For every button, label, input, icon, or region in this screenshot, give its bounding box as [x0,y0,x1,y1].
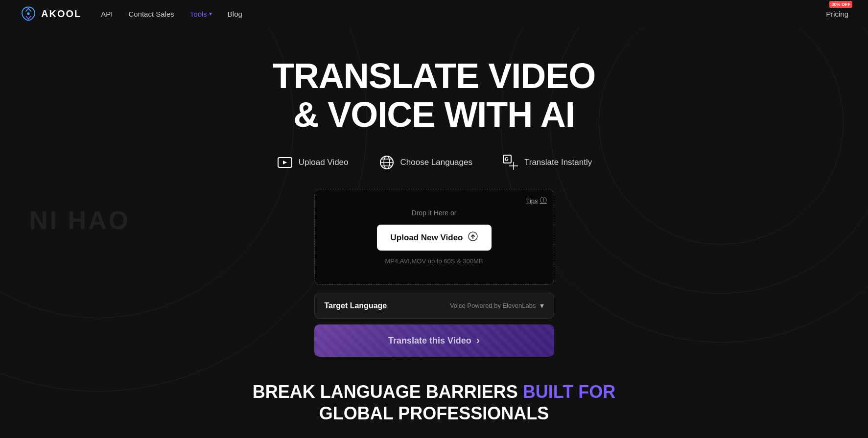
nav-contact-sales[interactable]: Contact Sales [128,10,174,18]
pricing-link[interactable]: Pricing 30% OFF [826,10,848,18]
drop-hint: Drop it Here or [329,209,539,217]
target-language-label: Target Language [325,301,387,310]
powered-by-text: Voice Powered by ElevenLabs [450,302,536,309]
logo-text: AKOOL [41,8,81,20]
upload-arrow-icon [468,231,478,244]
bottom-line1: BREAK LANGUAGE BARRIERS BUILT FOR [0,381,868,402]
arrow-right-icon: › [476,334,480,347]
nav-right: Pricing 30% OFF [826,10,848,18]
nav-tools[interactable]: Tools ▾ [190,10,212,18]
logo[interactable]: AKOOL [20,5,81,23]
target-language-dropdown[interactable]: Target Language Voice Powered by ElevenL… [314,293,554,319]
step-translate: G Translate Instantly [502,154,592,171]
chevron-down-icon: ▾ [540,301,544,310]
steps-row: Upload Video Choose Languages G [0,154,868,171]
discount-badge: 30% OFF [829,1,852,8]
translate-video-button[interactable]: Translate this Video › [314,324,554,357]
hero-title: TRANSLATE VIDEO & VOICE WITH AI [0,57,868,134]
svg-point-0 [27,12,29,15]
navbar: AKOOL API Contact Sales Tools ▾ Blog Pri… [0,0,868,27]
hero-section: TRANSLATE VIDEO & VOICE WITH AI Upload V… [0,27,868,424]
bottom-tagline: BREAK LANGUAGE BARRIERS BUILT FOR GLOBAL… [0,381,868,423]
svg-text:G: G [505,157,509,162]
target-language-right: Voice Powered by ElevenLabs ▾ [450,301,544,310]
info-icon: ⓘ [540,196,547,205]
step-languages: Choose Languages [378,154,472,171]
upload-dropzone[interactable]: Tips ⓘ Drop it Here or Upload New Video … [314,189,554,285]
upload-container: Tips ⓘ Drop it Here or Upload New Video … [314,189,554,285]
step-upload: Upload Video [276,154,349,171]
globe-icon [378,154,396,171]
bottom-line2: GLOBAL PROFESSIONALS [0,403,868,424]
chevron-down-icon: ▾ [209,10,212,17]
nav-blog[interactable]: Blog [228,10,242,18]
video-upload-icon [276,154,294,171]
nav-links: API Contact Sales Tools ▾ Blog [101,10,826,18]
upload-format-hint: MP4,AVI,MOV up to 60S & 300MB [329,257,539,265]
logo-icon [20,5,37,23]
upload-new-video-button[interactable]: Upload New Video [377,225,492,251]
tips-button[interactable]: Tips ⓘ [526,196,546,205]
svg-marker-2 [283,161,287,164]
nav-api[interactable]: API [101,10,113,18]
translate-icon: G [502,154,519,171]
